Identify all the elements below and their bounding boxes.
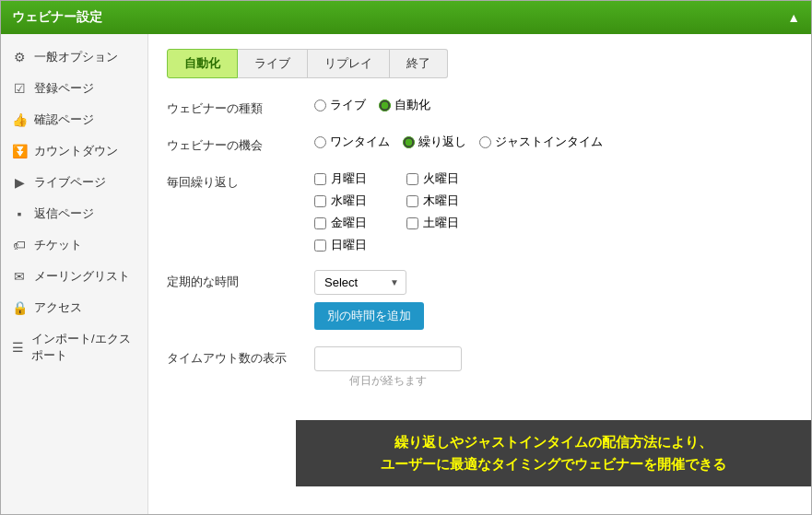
main-content: 自動化ライブリプレイ終了 ウェビナーの種類 ライブ 自動化 ウェビナーの機会 ワ… — [148, 34, 811, 514]
tab-end[interactable]: 終了 — [390, 49, 448, 78]
webinar-opp-option-repeat[interactable]: 繰り返し — [403, 134, 466, 150]
window: ウェビナー設定 ▲ ⚙一般オプション☑登録ページ👍確認ページ⏬カウントダウン▶ラ… — [0, 0, 812, 515]
collapse-icon[interactable]: ▲ — [787, 10, 800, 25]
countdown-display-label: タイムアウト数の表示 — [167, 346, 314, 367]
sidebar-icon-mailing: ✉ — [12, 269, 27, 284]
webinar-opp-option-onetime[interactable]: ワンタイム — [314, 134, 390, 150]
sidebar: ⚙一般オプション☑登録ページ👍確認ページ⏬カウントダウン▶ライブページ▪返信ペー… — [1, 34, 148, 514]
day-label-sat: 土曜日 — [423, 215, 459, 231]
sidebar-label-live: ライブページ — [34, 174, 106, 191]
day-label-mon: 月曜日 — [331, 170, 367, 187]
day-label-tue: 火曜日 — [423, 170, 459, 187]
sidebar-item-general[interactable]: ⚙一般オプション — [1, 41, 147, 73]
sidebar-label-registration: 登録ページ — [34, 80, 94, 97]
titlebar: ウェビナー設定 ▲ — [1, 1, 811, 34]
sidebar-icon-registration: ☑ — [12, 81, 27, 96]
sidebar-label-ticket: チケット — [34, 237, 82, 253]
webinar-type-option-automation[interactable]: 自動化 — [379, 97, 430, 113]
sidebar-icon-confirmation: 👍 — [12, 112, 27, 127]
sidebar-label-mailing: メーリングリスト — [34, 268, 130, 285]
sidebar-item-mailing[interactable]: ✉メーリングリスト — [1, 261, 147, 292]
sidebar-item-response[interactable]: ▪返信ページ — [1, 198, 147, 229]
day-thu[interactable]: 木曜日 — [406, 193, 499, 209]
sidebar-label-import: インポート/エクスポート — [31, 331, 136, 364]
scheduled-time-control: Select ▼ 別の時間を追加 — [314, 270, 424, 330]
webinar-type-option-label-automation: 自動化 — [394, 97, 430, 113]
webinar-type-option-live[interactable]: ライブ — [314, 97, 366, 113]
overlay-line2: ユーザーに最適なタイミングでウェビナーを開催できる — [305, 453, 802, 475]
weekly-repeat-checkboxes: 月曜日 火曜日 水曜日 木曜日 金曜日 土曜日 日曜日 — [314, 170, 499, 253]
sidebar-item-import[interactable]: ☰インポート/エクスポート — [1, 323, 147, 371]
sidebar-item-registration[interactable]: ☑登録ページ — [1, 73, 147, 104]
day-tue[interactable]: 火曜日 — [406, 170, 499, 187]
sidebar-label-general: 一般オプション — [34, 49, 118, 65]
sidebar-label-access: アクセス — [34, 299, 82, 316]
countdown-display-row: タイムアウト数の表示 何日が経ちます — [167, 346, 793, 389]
scheduled-time-row: 定期的な時間 Select ▼ 別の時間を追加 — [167, 270, 793, 330]
tab-automation[interactable]: 自動化 — [167, 49, 238, 78]
scheduled-time-label: 定期的な時間 — [167, 270, 314, 290]
sidebar-item-ticket[interactable]: 🏷チケット — [1, 229, 147, 261]
sidebar-icon-general: ⚙ — [12, 50, 27, 64]
sidebar-item-countdown[interactable]: ⏬カウントダウン — [1, 135, 147, 167]
sidebar-icon-countdown: ⏬ — [12, 144, 27, 158]
sidebar-icon-ticket: 🏷 — [12, 238, 27, 252]
day-label-sun: 日曜日 — [331, 237, 367, 253]
webinar-opp-option-label-justintime: ジャストインタイム — [495, 134, 603, 150]
sidebar-icon-response: ▪ — [12, 206, 27, 221]
day-wed[interactable]: 水曜日 — [314, 193, 406, 209]
countdown-days-input[interactable] — [314, 346, 462, 371]
day-sun[interactable]: 日曜日 — [314, 237, 406, 253]
time-select[interactable]: Select — [314, 270, 406, 295]
webinar-type-label: ウェビナーの種類 — [167, 97, 314, 117]
webinar-opportunity-label: ウェビナーの機会 — [167, 134, 314, 154]
webinar-opp-option-label-onetime: ワンタイム — [330, 134, 390, 150]
time-select-wrapper: Select ▼ — [314, 270, 406, 295]
countdown-days-hint: 何日が経ちます — [314, 373, 462, 389]
add-time-button[interactable]: 別の時間を追加 — [314, 302, 424, 330]
webinar-opportunity-options: ワンタイム 繰り返し ジャストインタイム — [314, 134, 603, 150]
sidebar-item-live[interactable]: ▶ライブページ — [1, 167, 147, 198]
day-label-thu: 木曜日 — [423, 193, 459, 209]
sidebar-label-countdown: カウントダウン — [34, 143, 118, 159]
sidebar-label-response: 返信ページ — [34, 205, 94, 222]
webinar-type-option-label-live: ライブ — [330, 97, 366, 113]
sidebar-icon-import: ☰ — [12, 340, 24, 355]
weekly-repeat-row: 毎回繰り返し 月曜日 火曜日 水曜日 木曜日 金曜日 土曜日 日曜日 — [167, 170, 793, 253]
tab-bar: 自動化ライブリプレイ終了 — [167, 49, 793, 78]
day-fri[interactable]: 金曜日 — [314, 215, 406, 231]
tab-live[interactable]: ライブ — [238, 49, 308, 78]
day-label-wed: 水曜日 — [331, 193, 367, 209]
day-sat[interactable]: 土曜日 — [406, 215, 499, 231]
sidebar-icon-live: ▶ — [12, 175, 27, 190]
webinar-opp-option-label-repeat: 繰り返し — [418, 134, 466, 150]
webinar-opp-option-justintime[interactable]: ジャストインタイム — [479, 134, 603, 150]
overlay-line1: 繰り返しやジャストインタイムの配信方法により、 — [305, 431, 802, 453]
body: ⚙一般オプション☑登録ページ👍確認ページ⏬カウントダウン▶ライブページ▪返信ペー… — [1, 34, 811, 514]
tab-replay[interactable]: リプレイ — [308, 49, 390, 78]
webinar-opportunity-row: ウェビナーの機会 ワンタイム 繰り返し ジャストインタイム — [167, 134, 793, 154]
window-title: ウェビナー設定 — [12, 9, 102, 26]
weekly-repeat-label: 毎回繰り返し — [167, 170, 314, 191]
day-label-fri: 金曜日 — [331, 215, 367, 231]
sidebar-icon-access: 🔒 — [12, 300, 27, 315]
day-mon[interactable]: 月曜日 — [314, 170, 406, 187]
overlay-tooltip: 繰り返しやジャストインタイムの配信方法により、 ユーザーに最適なタイミングでウェ… — [296, 420, 811, 486]
sidebar-item-access[interactable]: 🔒アクセス — [1, 292, 147, 323]
webinar-type-options: ライブ 自動化 — [314, 97, 430, 113]
countdown-display-control: 何日が経ちます — [314, 346, 462, 389]
sidebar-item-confirmation[interactable]: 👍確認ページ — [1, 104, 147, 135]
webinar-type-row: ウェビナーの種類 ライブ 自動化 — [167, 97, 793, 117]
sidebar-label-confirmation: 確認ページ — [34, 111, 94, 128]
